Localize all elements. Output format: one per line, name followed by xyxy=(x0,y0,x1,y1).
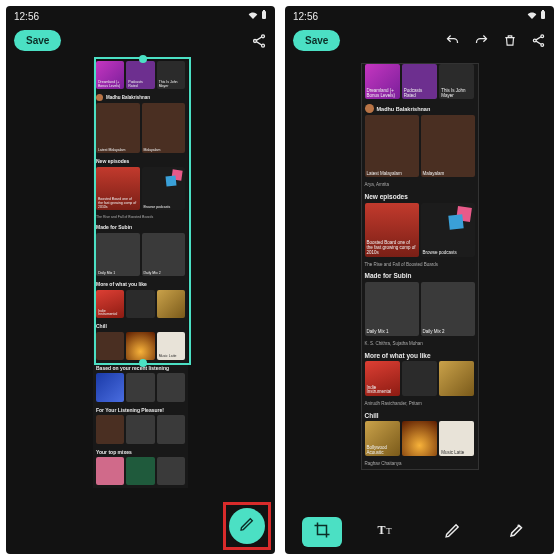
tile-row: Daily Mix 1 Daily Mix 2 xyxy=(362,282,478,339)
phone-right: 12:56 Save Dreamland (+ Bonus Levels) Po… xyxy=(285,6,554,554)
section-heading: Chill xyxy=(93,321,188,332)
album-tile xyxy=(126,290,154,318)
svg-point-3 xyxy=(254,39,257,42)
caption: The Rise and Fall of Boosted Boards xyxy=(93,213,188,222)
tile-row: Dreamland (+ Bonus Levels) Podcasts Rate… xyxy=(362,64,478,102)
album-tile: Boosted Board one of the fast growing co… xyxy=(365,203,419,257)
tile-row: Indie Instrumental xyxy=(362,361,478,399)
text-tool[interactable]: TT xyxy=(367,517,407,547)
phone-left: 12:56 Save Dreamland (+ Bonus Levels) Po… xyxy=(6,6,275,554)
tile-row: Daily Mix 1 Daily Mix 2 xyxy=(93,233,188,280)
album-tile: Indie Instrumental xyxy=(365,361,400,396)
album-tile: Latest Malayalam xyxy=(365,115,419,177)
svg-text:T: T xyxy=(386,526,392,536)
svg-point-4 xyxy=(262,44,265,47)
album-tile xyxy=(126,457,154,485)
album-tile xyxy=(126,332,154,360)
album-tile: Podcasts Rated xyxy=(126,61,154,89)
album-tile: Malayalam xyxy=(142,103,186,153)
battery-icon xyxy=(261,10,267,22)
section-heading: New episodes xyxy=(93,156,188,167)
status-right xyxy=(527,10,546,22)
status-time: 12:56 xyxy=(14,11,39,22)
album-tile: Dreamland (+ Bonus Levels) xyxy=(96,61,124,89)
tile-row: Latest Malayalam Malayalam xyxy=(93,103,188,156)
caption: K. S. Chithra, Sujatha Mohan xyxy=(362,339,478,349)
section-heading: Based on your recent listening xyxy=(93,363,188,374)
svg-rect-0 xyxy=(262,11,266,19)
undo-icon[interactable] xyxy=(445,33,460,48)
album-tile xyxy=(126,373,154,401)
redo-icon[interactable] xyxy=(474,33,489,48)
user-row: Madhu Balakrishnan xyxy=(93,92,188,103)
user-name: Madhu Balakrishnan xyxy=(377,106,431,112)
screenshot-strip[interactable]: Dreamland (+ Bonus Levels) Podcasts Rate… xyxy=(361,63,479,470)
tile-row: Boosted Board one of the fast growing co… xyxy=(362,203,478,260)
section-heading: New episodes xyxy=(362,190,478,202)
status-time: 12:56 xyxy=(293,11,318,22)
edit-toolbar: TT xyxy=(285,510,554,554)
svg-point-2 xyxy=(262,34,265,37)
album-tile: Daily Mix 2 xyxy=(142,233,186,277)
album-tile: This Is John Mayer xyxy=(157,61,185,89)
album-tile xyxy=(402,361,437,396)
wifi-icon xyxy=(248,11,258,22)
crop-tool[interactable] xyxy=(302,517,342,547)
highlighter-tool[interactable] xyxy=(497,517,537,547)
save-button[interactable]: Save xyxy=(14,30,61,51)
album-tile xyxy=(96,332,124,360)
svg-rect-1 xyxy=(263,10,265,11)
svg-point-7 xyxy=(541,35,544,38)
share-icon[interactable] xyxy=(531,33,546,48)
tile-row: Boosted Board one of the fast growing co… xyxy=(93,167,188,214)
tile-row: Bollywood Acoustic Music Latte xyxy=(362,421,478,459)
save-button[interactable]: Save xyxy=(293,30,340,51)
album-tile xyxy=(402,421,437,456)
album-tile: Bollywood Acoustic xyxy=(365,421,400,456)
status-bar: 12:56 xyxy=(285,6,554,26)
svg-rect-5 xyxy=(541,11,545,19)
section-heading: More of what you like xyxy=(362,349,478,361)
tile-row: Music Latte xyxy=(93,332,188,363)
tile-row: Dreamland (+ Bonus Levels) Podcasts Rate… xyxy=(93,61,188,92)
caption: The Rise and Fall of Boosted Boards xyxy=(362,260,478,270)
top-row: Save xyxy=(6,26,275,53)
section-heading: More of what you like xyxy=(93,279,188,290)
screenshot-strip[interactable]: Dreamland (+ Bonus Levels) Podcasts Rate… xyxy=(93,61,188,488)
section-heading: Made for Subin xyxy=(362,269,478,281)
section-heading: Chill xyxy=(362,409,478,421)
album-tile: Indie Instrumental xyxy=(96,290,124,318)
svg-point-8 xyxy=(533,39,536,42)
album-tile: Browse podcasts xyxy=(421,203,475,257)
status-bar: 12:56 xyxy=(6,6,275,26)
album-tile xyxy=(126,415,154,443)
screenshot-canvas: Dreamland (+ Bonus Levels) Podcasts Rate… xyxy=(6,53,275,554)
pen-tool[interactable] xyxy=(432,517,472,547)
share-icon[interactable] xyxy=(251,33,267,49)
avatar xyxy=(96,94,103,101)
status-right xyxy=(248,10,267,22)
pencil-icon xyxy=(239,516,255,536)
album-tile xyxy=(439,361,474,396)
album-tile xyxy=(96,415,124,443)
caption: Arya, Amrita xyxy=(362,180,478,190)
tile-row: Latest Malayalam Malayalam xyxy=(362,115,478,180)
album-tile xyxy=(96,457,124,485)
highlighter-icon xyxy=(508,521,526,543)
album-tile: Daily Mix 1 xyxy=(96,233,140,277)
user-name: Madhu Balakrishnan xyxy=(106,95,150,100)
album-tile xyxy=(96,373,124,401)
album-tile xyxy=(157,415,185,443)
edit-fab[interactable] xyxy=(229,508,265,544)
album-tile: Boosted Board one of the fast growing co… xyxy=(96,167,140,211)
svg-rect-6 xyxy=(542,10,544,11)
section-heading: Made for Subin xyxy=(93,222,188,233)
album-tile: Daily Mix 2 xyxy=(421,282,475,336)
delete-icon[interactable] xyxy=(503,33,517,48)
album-tile: Latest Malayalam xyxy=(96,103,140,153)
text-icon: TT xyxy=(377,522,397,542)
caption: Raghav Chaitanya xyxy=(362,459,478,469)
user-row: Madhu Balakrishnan xyxy=(362,102,478,115)
tile-row: Indie Instrumental xyxy=(93,290,188,321)
section-heading: For Your Listening Pleasure! xyxy=(93,405,188,416)
